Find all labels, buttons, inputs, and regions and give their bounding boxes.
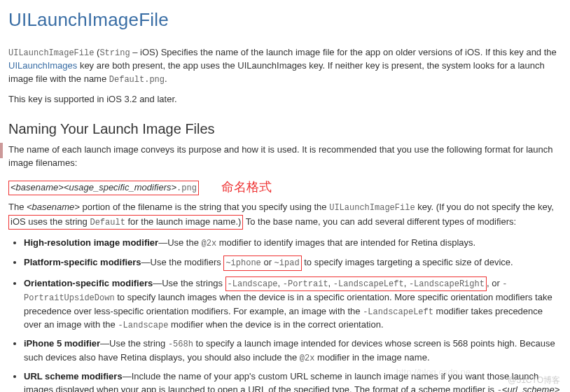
format-box: <basename><usage_specific_modifiers>.png	[8, 181, 199, 195]
naming-intro: The name of each launch image conveys it…	[8, 144, 562, 170]
modifier-list: High-resolution image modifier—Use the @…	[8, 237, 562, 392]
section-heading: Naming Your Launch Image Files	[8, 119, 562, 139]
sidebar-indicator	[0, 143, 3, 158]
watermark-url: http://blog.csdn.ne	[396, 366, 471, 379]
page-title: UILaunchImageFile	[8, 7, 562, 34]
platform-box: ~iphone or ~ipad	[223, 255, 301, 270]
uilaunchimages-link[interactable]: UILaunchImages	[8, 60, 77, 71]
basename-paragraph: The <basename> portion of the filename i…	[8, 201, 562, 230]
list-item: URL scheme modifiers—Include the name of…	[24, 370, 562, 392]
intro-paragraph: UILaunchImageFile (String – iOS) Specifi…	[8, 46, 562, 87]
list-item: iPhone 5 modifier—Use the string -568h t…	[24, 337, 562, 365]
watermark-text: @51CTO博客	[508, 374, 560, 386]
code-key: UILaunchImageFile	[8, 48, 94, 58]
format-line: <basename><usage_specific_modifiers>.png…	[8, 177, 562, 195]
annotation-label: 命名格式	[221, 180, 272, 194]
orientation-box: -Landscape, -Portrait, -LandscapeLeft, -…	[225, 276, 487, 291]
supported-line: This key is supported in iOS 3.2 and lat…	[8, 93, 562, 106]
default-box: iOS uses the string Default for the laun…	[8, 215, 243, 230]
list-item: Orientation-specific modifiers—Use the s…	[24, 276, 562, 332]
list-item: Platform-specific modifiers—Use the modi…	[24, 255, 562, 270]
list-item: High-resolution image modifier—Use the @…	[24, 237, 562, 250]
